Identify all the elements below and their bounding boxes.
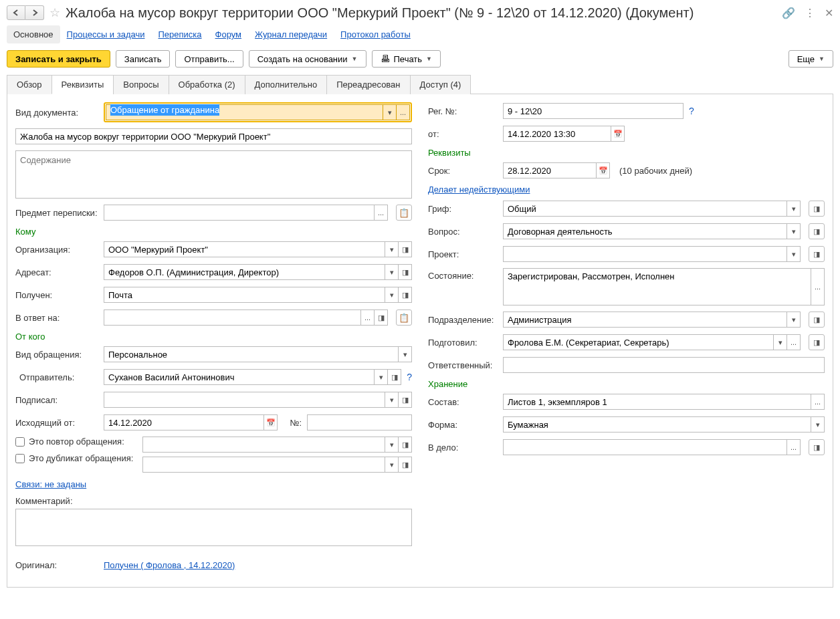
prepared-input[interactable] bbox=[503, 334, 774, 350]
stamp-input[interactable] bbox=[503, 201, 787, 217]
content-textarea[interactable] bbox=[15, 150, 412, 199]
repeat-ref-input[interactable] bbox=[142, 437, 385, 453]
to-file-pick[interactable]: ... bbox=[787, 439, 801, 455]
sender-input[interactable] bbox=[104, 369, 375, 385]
sender-help-icon[interactable]: ? bbox=[407, 372, 412, 382]
nav-processes[interactable]: Процессы и задачи bbox=[60, 25, 152, 43]
composition-pick[interactable]: ... bbox=[811, 394, 825, 410]
link-icon[interactable] bbox=[782, 7, 795, 19]
addressee-input[interactable] bbox=[104, 264, 385, 280]
repeat-ref-dropdown[interactable]: ▾ bbox=[385, 437, 399, 453]
composition-input[interactable] bbox=[503, 394, 811, 410]
status-pick[interactable]: ... bbox=[811, 268, 825, 305]
organization-open[interactable]: ◨ bbox=[399, 241, 412, 257]
signed-open[interactable]: ◨ bbox=[399, 392, 412, 408]
stamp-open[interactable]: ◨ bbox=[809, 201, 825, 217]
question-dropdown[interactable]: ▾ bbox=[787, 223, 801, 239]
from-date-calendar-icon[interactable] bbox=[611, 126, 625, 142]
nav-forward-button[interactable] bbox=[25, 5, 44, 20]
prepared-open[interactable]: ◨ bbox=[809, 334, 825, 350]
original-link[interactable]: Получен ( Фролова , 14.12.2020) bbox=[104, 560, 235, 570]
create-based-button[interactable]: Создать на основании ▼ bbox=[249, 50, 366, 68]
repeat-checkbox[interactable] bbox=[15, 437, 25, 447]
nav-protocol[interactable]: Протокол работы bbox=[334, 25, 417, 43]
duplicate-ref-dropdown[interactable]: ▾ bbox=[385, 457, 399, 473]
responsible-input[interactable] bbox=[503, 357, 825, 373]
organization-dropdown[interactable]: ▾ bbox=[385, 241, 399, 257]
reply-to-input[interactable] bbox=[104, 310, 361, 326]
print-button[interactable]: Печать ▼ bbox=[372, 50, 441, 68]
addressee-dropdown[interactable]: ▾ bbox=[385, 264, 399, 280]
signed-dropdown[interactable]: ▾ bbox=[385, 392, 399, 408]
subject-corr-copy-button[interactable]: 📋 bbox=[396, 205, 412, 221]
duplicate-checkbox[interactable] bbox=[15, 454, 25, 463]
question-open[interactable]: ◨ bbox=[809, 223, 825, 239]
nav-back-button[interactable] bbox=[7, 5, 25, 20]
department-open[interactable]: ◨ bbox=[809, 312, 825, 328]
department-input[interactable] bbox=[503, 312, 787, 328]
prepared-dropdown[interactable]: ▾ bbox=[774, 334, 787, 350]
reply-to-pick[interactable]: ... bbox=[361, 310, 375, 326]
appeal-type-input[interactable] bbox=[104, 346, 399, 362]
form-dropdown[interactable]: ▾ bbox=[811, 416, 825, 432]
prepared-pick[interactable]: ... bbox=[787, 334, 801, 350]
links-link[interactable]: Связи: не заданы bbox=[15, 479, 86, 489]
to-file-open[interactable]: ◨ bbox=[809, 439, 825, 455]
comment-textarea[interactable] bbox=[15, 509, 412, 546]
doc-type-input[interactable]: Обращение от гражданина bbox=[106, 104, 383, 120]
signed-input[interactable] bbox=[104, 392, 385, 408]
more-button[interactable]: Еще ▼ bbox=[789, 50, 833, 68]
tab-questions[interactable]: Вопросы bbox=[113, 75, 169, 94]
send-button[interactable]: Отправить... bbox=[175, 50, 243, 68]
nav-correspondence[interactable]: Переписка bbox=[152, 25, 209, 43]
deadline-calendar-icon[interactable] bbox=[597, 162, 610, 178]
tab-access[interactable]: Доступ (4) bbox=[410, 75, 471, 94]
nav-transfer-log[interactable]: Журнал передачи bbox=[248, 25, 334, 43]
subject-corr-pick[interactable]: ... bbox=[375, 205, 388, 221]
project-input[interactable] bbox=[503, 246, 787, 262]
addressee-open[interactable]: ◨ bbox=[399, 264, 412, 280]
received-open[interactable]: ◨ bbox=[399, 287, 412, 303]
status-input[interactable]: Зарегистрирован, Рассмотрен, Исполнен bbox=[503, 268, 811, 305]
received-dropdown[interactable]: ▾ bbox=[385, 287, 399, 303]
close-icon[interactable] bbox=[825, 7, 833, 19]
deadline-input[interactable] bbox=[503, 162, 597, 178]
save-button[interactable]: Записать bbox=[116, 50, 171, 68]
tab-forwarded[interactable]: Переадресован bbox=[326, 75, 410, 94]
subject-corr-input[interactable] bbox=[104, 205, 375, 221]
stamp-dropdown[interactable]: ▾ bbox=[787, 201, 801, 217]
doc-type-dropdown[interactable]: ▾ bbox=[383, 104, 397, 120]
project-dropdown[interactable]: ▾ bbox=[787, 246, 801, 262]
appeal-type-dropdown[interactable]: ▾ bbox=[399, 346, 412, 362]
received-input[interactable] bbox=[104, 287, 385, 303]
project-open[interactable]: ◨ bbox=[809, 246, 825, 262]
from-date-input[interactable] bbox=[503, 126, 611, 142]
reg-no-help-icon[interactable]: ? bbox=[689, 106, 694, 116]
favorite-star-icon[interactable]: ☆ bbox=[49, 5, 60, 20]
reply-to-open[interactable]: ◨ bbox=[375, 310, 388, 326]
tab-additional[interactable]: Дополнительно bbox=[245, 75, 328, 94]
tab-overview[interactable]: Обзор bbox=[7, 75, 52, 94]
invalidates-link[interactable]: Делает недействующими bbox=[428, 184, 530, 195]
out-from-date-input[interactable] bbox=[104, 414, 264, 430]
tab-requisites[interactable]: Реквизиты bbox=[51, 75, 114, 94]
question-input[interactable] bbox=[503, 223, 787, 239]
sender-dropdown[interactable]: ▾ bbox=[375, 369, 388, 385]
to-file-input[interactable] bbox=[503, 439, 787, 455]
repeat-ref-open[interactable]: ◨ bbox=[399, 437, 412, 453]
form-input[interactable] bbox=[503, 416, 811, 432]
menu-dots-icon[interactable] bbox=[805, 7, 815, 19]
reg-no-input[interactable] bbox=[503, 103, 684, 119]
subject-input[interactable] bbox=[15, 128, 412, 144]
doc-type-pick[interactable]: ... bbox=[397, 104, 410, 120]
reply-to-copy-button[interactable]: 📋 bbox=[396, 310, 412, 326]
nav-main[interactable]: Основное bbox=[7, 25, 60, 43]
duplicate-ref-open[interactable]: ◨ bbox=[399, 457, 412, 473]
tab-processing[interactable]: Обработка (2) bbox=[169, 75, 245, 94]
duplicate-ref-input[interactable] bbox=[142, 457, 385, 473]
out-num-input[interactable] bbox=[307, 414, 412, 430]
organization-input[interactable] bbox=[104, 241, 385, 257]
save-close-button[interactable]: Записать и закрыть bbox=[7, 50, 110, 68]
out-from-calendar-icon[interactable] bbox=[264, 414, 278, 430]
department-dropdown[interactable]: ▾ bbox=[787, 312, 801, 328]
